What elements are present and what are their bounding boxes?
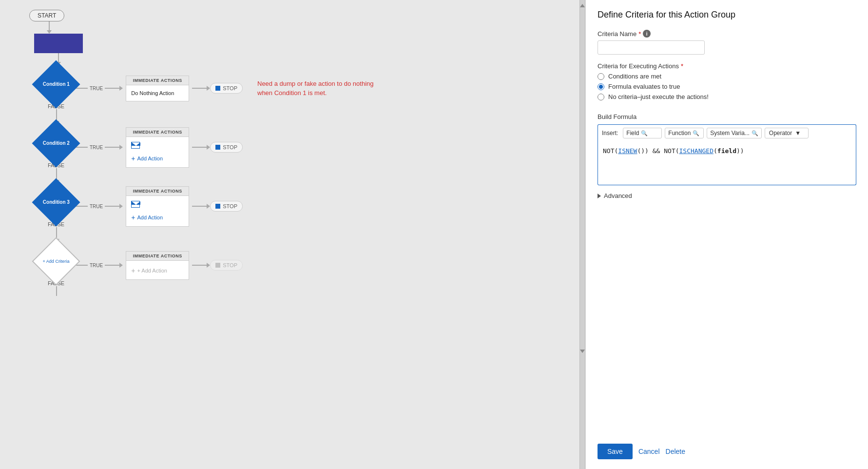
condition1-true-text: TRUE: [90, 86, 103, 91]
build-formula-title: Build Formula: [598, 113, 856, 120]
condition2-true-connector: TRUE: [73, 145, 123, 150]
condition1-stop-connector: STOP: [192, 83, 243, 94]
add-criteria-stop-btn[interactable]: STOP: [210, 260, 243, 271]
flow-container: START Condition 1 FALSE: [10, 10, 570, 449]
add-criteria-diamond-wrap: + Add Criteria FALSE: [39, 244, 73, 286]
scroll-down-arrow[interactable]: [580, 350, 585, 353]
build-formula-section: Build Formula Insert: Field 🔍 Function 🔍…: [598, 113, 856, 185]
condition3-immediate-box: IMMEDIATE ACTIONS + Add Action: [126, 186, 189, 227]
condition3-immediate-header: IMMEDIATE ACTIONS: [126, 187, 189, 196]
condition2-stop-connector: STOP: [192, 142, 243, 153]
condition1-row: Condition 1 FALSE TRUE IMMEDIATE ACTIONS…: [39, 67, 384, 109]
trigger-node[interactable]: [34, 34, 83, 53]
condition3-row: Condition 3 FALSE TRUE IMMEDIATE ACTIONS: [39, 185, 243, 227]
save-button[interactable]: Save: [598, 444, 633, 459]
operator-label: Operator: [769, 130, 792, 137]
condition3-true-connector: TRUE: [73, 204, 123, 209]
radio-no-criteria-input[interactable]: [598, 94, 604, 100]
add-criteria-diamond[interactable]: + Add Criteria: [32, 237, 80, 286]
add-criteria-immediate-box: IMMEDIATE ACTIONS + + Add Action: [126, 251, 189, 280]
condition2-add-action-btn[interactable]: + Add Action: [131, 153, 184, 163]
radio-formula-label: Formula evaluates to true: [608, 83, 680, 90]
condition2-stop-btn[interactable]: STOP: [210, 142, 243, 153]
condition3-label: Condition 3: [43, 199, 70, 205]
condition3-stop-btn[interactable]: STOP: [210, 201, 243, 212]
field-search-icon: 🔍: [641, 130, 648, 137]
advanced-label: Advanced: [604, 192, 632, 199]
radio-conditions-met[interactable]: Conditions are met: [598, 73, 856, 80]
cancel-button[interactable]: Cancel: [638, 448, 660, 455]
delete-button[interactable]: Delete: [666, 448, 685, 455]
radio-formula[interactable]: Formula evaluates to true: [598, 83, 856, 90]
condition2-stop-square-icon: [215, 145, 220, 150]
condition2-stop-label: STOP: [223, 144, 237, 150]
right-panel: Define Criteria for this Action Group Cr…: [585, 0, 868, 469]
add-criteria-stop-label: STOP: [223, 262, 237, 268]
add-criteria-true-text: TRUE: [90, 263, 103, 268]
system-var-label: System Varia...: [710, 130, 749, 137]
criteria-radio-group: Conditions are met Formula evaluates to …: [598, 73, 856, 103]
add-criteria-stop-square-icon: [215, 263, 220, 268]
panel-footer: Save Cancel Delete: [598, 434, 856, 459]
condition2-plus-icon: +: [131, 155, 135, 162]
add-criteria-stop-connector: STOP: [192, 260, 243, 271]
required-star: *: [638, 30, 641, 38]
insert-label: Insert:: [602, 130, 618, 137]
condition1-immediate-box: IMMEDIATE ACTIONS Do Nothing Action: [126, 76, 189, 101]
scrollbar-divider: [579, 0, 585, 469]
radio-no-criteria-label: No criteria–just execute the actions!: [608, 93, 709, 100]
condition2-immediate-header: IMMEDIATE ACTIONS: [126, 128, 189, 137]
advanced-section: Advanced: [598, 192, 856, 199]
condition3-email-icon: [131, 201, 140, 208]
condition3-plus-icon: +: [131, 214, 135, 221]
condition1-stop-btn[interactable]: STOP: [210, 83, 243, 94]
scroll-up-arrow[interactable]: [580, 4, 585, 7]
function-dropdown[interactable]: Function 🔍: [665, 128, 704, 138]
condition2-label: Condition 2: [43, 140, 70, 146]
add-criteria-immediate-header: IMMEDIATE ACTIONS: [126, 252, 189, 261]
add-criteria-plus-icon: +: [131, 267, 135, 274]
operator-chevron-icon: ▼: [795, 130, 801, 137]
condition1-diamond-wrap: Condition 1 FALSE: [39, 67, 73, 109]
ischanged-function: ISCHANGED: [679, 147, 714, 155]
stop-square-icon: [215, 86, 220, 91]
field-dropdown[interactable]: Field 🔍: [623, 128, 662, 138]
info-icon[interactable]: i: [643, 30, 651, 38]
radio-conditions-met-input[interactable]: [598, 73, 604, 80]
function-search-icon: 🔍: [693, 130, 699, 137]
condition2-immediate-box: IMMEDIATE ACTIONS + Add Action: [126, 127, 189, 168]
system-var-dropdown[interactable]: System Varia... 🔍: [707, 128, 761, 138]
criteria-name-label: Criteria Name * i: [598, 30, 856, 38]
condition3-add-action-btn[interactable]: + Add Action: [131, 212, 184, 222]
condition2-row: Condition 2 FALSE TRUE IMMEDIATE ACTIONS: [39, 126, 243, 168]
radio-no-criteria[interactable]: No criteria–just execute the actions!: [598, 93, 856, 100]
add-criteria-add-action-label: + Add Action: [137, 268, 167, 274]
condition1-stop-label: STOP: [223, 85, 237, 91]
condition1-label: Condition 1: [43, 81, 70, 87]
canvas-area: START Condition 1 FALSE: [0, 0, 579, 469]
add-criteria-add-action-btn[interactable]: + + Add Action: [131, 265, 184, 275]
advanced-header[interactable]: Advanced: [598, 192, 856, 199]
add-criteria-true-connector: TRUE: [73, 263, 123, 268]
function-label: Function: [668, 130, 691, 137]
start-node: START: [29, 10, 64, 21]
condition3-stop-label: STOP: [223, 203, 237, 209]
operator-dropdown[interactable]: Operator ▼: [765, 128, 809, 138]
advanced-chevron-icon: [598, 194, 601, 198]
panel-title: Define Criteria for this Action Group: [598, 10, 856, 20]
condition2-diamond[interactable]: Condition 2: [32, 119, 80, 168]
comment-box: Need a dump or fake action to do nothing…: [257, 79, 384, 98]
condition3-diamond-wrap: Condition 3 FALSE: [39, 185, 73, 227]
condition1-diamond[interactable]: Condition 1: [32, 60, 80, 109]
add-criteria-row: + Add Criteria FALSE TRUE IMMEDIATE ACTI…: [39, 244, 243, 286]
formula-display[interactable]: NOT(ISNEW()) && NOT(ISCHANGED(field)): [598, 141, 856, 185]
criteria-name-input[interactable]: [598, 40, 705, 55]
radio-conditions-met-label: Conditions are met: [608, 73, 661, 80]
condition2-diamond-wrap: Condition 2 FALSE: [39, 126, 73, 168]
condition3-diamond[interactable]: Condition 3: [32, 178, 80, 227]
condition1-immediate-header: IMMEDIATE ACTIONS: [126, 76, 189, 85]
isnew-function: ISNEW: [618, 147, 637, 155]
condition2-email-icon: [131, 142, 140, 149]
radio-formula-input[interactable]: [598, 83, 604, 90]
field-label: Field: [626, 130, 639, 137]
